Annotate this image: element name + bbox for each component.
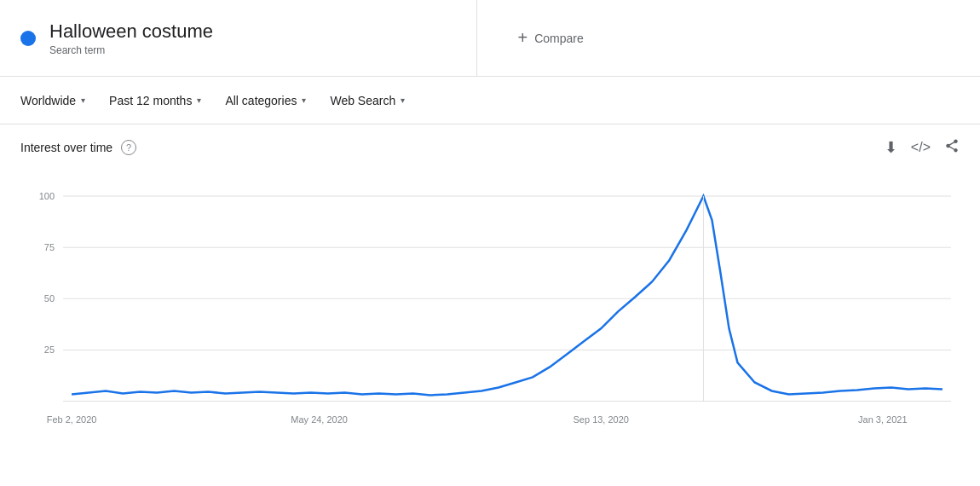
svg-text:Jan 3, 2021: Jan 3, 2021: [858, 414, 907, 425]
search-type-label: Web Search: [330, 94, 395, 107]
search-type-chevron-icon: ▾: [401, 95, 405, 105]
compare-section: + Compare: [477, 0, 981, 76]
chart-header: Interest over time ? ⬇ </>: [20, 138, 960, 157]
search-type-filter[interactable]: Web Search ▾: [320, 87, 415, 114]
chart-title-group: Interest over time ?: [20, 140, 136, 155]
time-range-filter[interactable]: Past 12 months ▾: [99, 87, 211, 114]
term-color-indicator: [20, 31, 36, 46]
svg-text:Sep 13, 2020: Sep 13, 2020: [574, 414, 629, 425]
chart-section: Interest over time ? ⬇ </> 100 75 50 25 …: [0, 124, 980, 436]
svg-text:25: 25: [44, 344, 55, 355]
compare-plus-icon: +: [518, 28, 528, 48]
help-icon[interactable]: ?: [121, 140, 136, 155]
svg-text:75: 75: [44, 242, 55, 252]
location-chevron-icon: ▾: [81, 95, 85, 105]
location-filter[interactable]: Worldwide ▾: [10, 87, 95, 114]
page-header: Halloween costume Search term + Compare: [0, 0, 980, 77]
location-label: Worldwide: [20, 94, 76, 107]
svg-text:100: 100: [39, 191, 55, 201]
svg-text:Feb 2, 2020: Feb 2, 2020: [47, 414, 97, 425]
download-icon[interactable]: ⬇: [885, 138, 897, 157]
category-filter[interactable]: All categories ▾: [215, 87, 316, 114]
search-term-title: Halloween costume: [49, 20, 213, 43]
search-term-type: Search term: [49, 44, 213, 56]
compare-label: Compare: [534, 32, 584, 45]
share-icon[interactable]: [944, 138, 960, 157]
trend-chart: 100 75 50 25 Feb 2, 2020 May 24, 2020 Se…: [20, 171, 960, 436]
svg-text:50: 50: [44, 293, 55, 304]
svg-text:May 24, 2020: May 24, 2020: [291, 414, 348, 425]
compare-button[interactable]: + Compare: [511, 21, 591, 55]
category-label: All categories: [225, 94, 297, 107]
time-range-label: Past 12 months: [109, 94, 192, 107]
search-term-section: Halloween costume Search term: [0, 0, 477, 76]
time-range-chevron-icon: ▾: [197, 95, 201, 105]
filters-bar: Worldwide ▾ Past 12 months ▾ All categor…: [0, 77, 980, 124]
embed-icon[interactable]: </>: [911, 140, 931, 155]
chart-actions: ⬇ </>: [885, 138, 960, 157]
category-chevron-icon: ▾: [302, 95, 306, 105]
search-term-info: Halloween costume Search term: [49, 20, 213, 56]
chart-container: 100 75 50 25 Feb 2, 2020 May 24, 2020 Se…: [20, 171, 960, 436]
chart-title: Interest over time: [20, 141, 112, 154]
